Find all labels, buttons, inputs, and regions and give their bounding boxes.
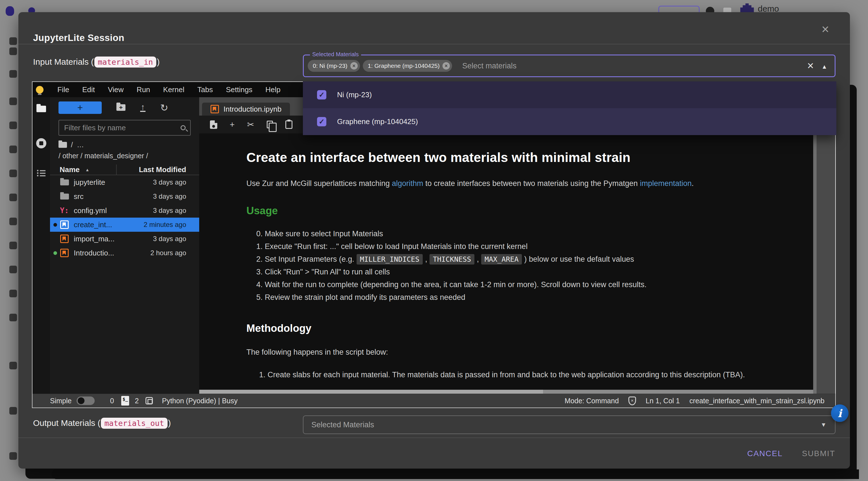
checkbox-checked-icon[interactable]: ✓ (317, 117, 327, 126)
app-icon (9, 170, 17, 177)
close-icon[interactable]: × (817, 21, 834, 37)
material-chip[interactable]: 0: Ni (mp-23) × (308, 60, 360, 72)
home-folder-icon[interactable] (59, 142, 67, 148)
file-row-config[interactable]: Y: config.yml 3 days ago (50, 204, 199, 218)
menu-run[interactable]: Run (130, 85, 157, 94)
menu-kernel[interactable]: Kernel (157, 85, 191, 94)
collapse-icon[interactable]: ▲ (822, 63, 827, 70)
app-icon (9, 314, 17, 321)
upload-icon[interactable]: ↑ (140, 103, 146, 112)
cut-icon[interactable]: ✂ (247, 120, 254, 129)
menu-edit[interactable]: Edit (76, 85, 101, 94)
notebook-icon (60, 220, 69, 229)
output-materials-row: Output Materials ( materials_out ) (33, 416, 171, 430)
algorithm-link[interactable]: algorithm (392, 179, 423, 188)
select-label: Selected Materials (310, 51, 361, 58)
implementation-link[interactable]: implementation (640, 179, 692, 188)
screen: demo JupyterLite Session × Input Materia… (0, 0, 868, 481)
checkbox-checked-icon[interactable]: ✓ (317, 90, 327, 99)
header-divider (19, 44, 850, 44)
dropdown-option-ni[interactable]: ✓ Ni (mp-23) (303, 81, 836, 108)
filter-files-box[interactable] (59, 120, 191, 136)
select-placeholder: Select materials (462, 62, 517, 70)
usage-item-1: 1. Execute "Run first: ..." cell below t… (246, 240, 802, 253)
horizontal-scrollbar[interactable] (199, 390, 813, 394)
filter-files-input[interactable] (64, 123, 181, 132)
table-of-contents-tab-icon[interactable] (37, 169, 45, 177)
kernel-status[interactable]: Python (Pyodide) | Busy (162, 397, 238, 405)
usage-item-3: 3. Click "Run" > "Run All" to run all ce… (246, 266, 802, 278)
input-materials-label: Input Materials ( (33, 57, 94, 67)
new-folder-button[interactable]: + (116, 104, 125, 111)
save-icon[interactable] (210, 120, 217, 129)
app-icon (9, 70, 17, 78)
jupyterlite-logo-icon (36, 86, 43, 94)
cancel-button[interactable]: CANCEL (747, 447, 783, 460)
kernel-chip-icon (146, 397, 153, 404)
kernel-status-dot (53, 223, 57, 227)
app-icon (9, 290, 17, 297)
running-kernels-tab-icon[interactable] (36, 138, 46, 148)
notebook-title: Create an interface between two material… (246, 150, 802, 165)
usage-heading: Usage (246, 205, 802, 217)
active-file-name: create_interface_with_min_strain_zsl.ipy… (689, 397, 825, 405)
chip-delete-icon[interactable]: × (442, 62, 450, 69)
material-chip[interactable]: 1: Graphene (mp-1040425) × (363, 60, 453, 72)
output-materials-label: Output Materials ( (33, 418, 100, 428)
sort-asc-icon: ▲ (85, 167, 90, 172)
menu-settings[interactable]: Settings (219, 85, 259, 94)
file-browser-tab-icon[interactable] (36, 106, 46, 112)
breadcrumb-path[interactable]: / other / materials_designer / (59, 152, 199, 160)
notebook-vertical-scrollbar[interactable] (813, 116, 835, 394)
menu-help[interactable]: Help (259, 85, 287, 94)
column-name[interactable]: Name ▲ (50, 164, 117, 175)
simple-mode-toggle[interactable] (76, 396, 95, 405)
new-launcher-button[interactable]: + (59, 101, 102, 114)
code-max-area: MAX_AREA (481, 254, 522, 265)
background-bottom-band (52, 470, 859, 479)
file-row-jupyterlite[interactable]: jupyterlite 3 days ago (50, 175, 199, 189)
app-icon (9, 122, 17, 129)
notebook-document: Create an interface between two material… (199, 133, 813, 390)
input-materials-row: Input Materials ( materials_in ) (33, 55, 160, 69)
file-row-src[interactable]: src 3 days ago (50, 189, 199, 204)
notebook-icon (60, 235, 69, 243)
paste-icon[interactable] (285, 120, 292, 129)
tab-label: Introduction.ipynb (223, 105, 281, 114)
scrollbar-thumb[interactable] (199, 390, 543, 394)
menu-file[interactable]: File (51, 85, 76, 94)
clear-selection-icon[interactable]: × (807, 59, 814, 72)
add-cell-icon[interactable]: + (230, 120, 235, 129)
column-last-modified[interactable]: Last Modified (117, 165, 199, 174)
left-activity-bar (32, 97, 50, 394)
selected-materials-select[interactable]: Selected Materials 0: Ni (mp-23) × 1: Gr… (303, 55, 836, 77)
status-bar: Simple 0 $_ 2 Python (Pyodide) | Busy Mo… (32, 394, 835, 408)
info-button[interactable]: i (831, 404, 848, 422)
chip-delete-icon[interactable]: × (350, 62, 358, 69)
breadcrumb: / … / other / materials_designer / (59, 141, 199, 160)
breadcrumb-ellipsis[interactable]: … (77, 141, 84, 149)
output-materials-label-close: ) (168, 418, 171, 428)
dropdown-option-graphene[interactable]: ✓ Graphene (mp-1040425) (303, 108, 836, 135)
copy-icon[interactable] (267, 121, 273, 128)
app-icon (9, 362, 17, 369)
tab-introduction-ipynb[interactable]: Introduction.ipynb (202, 102, 290, 116)
menu-view[interactable]: View (101, 85, 130, 94)
file-list: jupyterlite 3 days ago src 3 days ago Y:… (50, 175, 199, 260)
file-row-create-interface-selected[interactable]: create_int... 2 minutes ago (50, 218, 199, 232)
main-dock-panel: Introduction.ipynb + ✂ ▶ Create an inter… (199, 97, 835, 394)
submit-button[interactable]: SUBMIT (802, 447, 835, 460)
cursor-position[interactable]: Ln 1, Col 1 (646, 397, 680, 405)
input-materials-label-close: ) (157, 57, 160, 67)
output-materials-select[interactable]: Selected Materials ▼ (303, 415, 836, 434)
terminals-count: 0 (110, 397, 114, 405)
kernel-running-dot (53, 251, 57, 255)
file-row-introduction[interactable]: Introductio... 2 hours ago (50, 246, 199, 260)
usage-item-2: 2. Set Input Parameters (e.g.MILLER_INDI… (246, 253, 802, 266)
refresh-icon[interactable]: ↻ (160, 103, 168, 112)
menu-tabs[interactable]: Tabs (191, 85, 219, 94)
usage-item-4: 4. Wait for the run to complete (dependi… (246, 278, 802, 291)
app-logo-icon (6, 6, 14, 16)
file-row-import-material[interactable]: import_ma... 3 days ago (50, 232, 199, 246)
dialog-title: JupyterLite Session (33, 32, 124, 43)
